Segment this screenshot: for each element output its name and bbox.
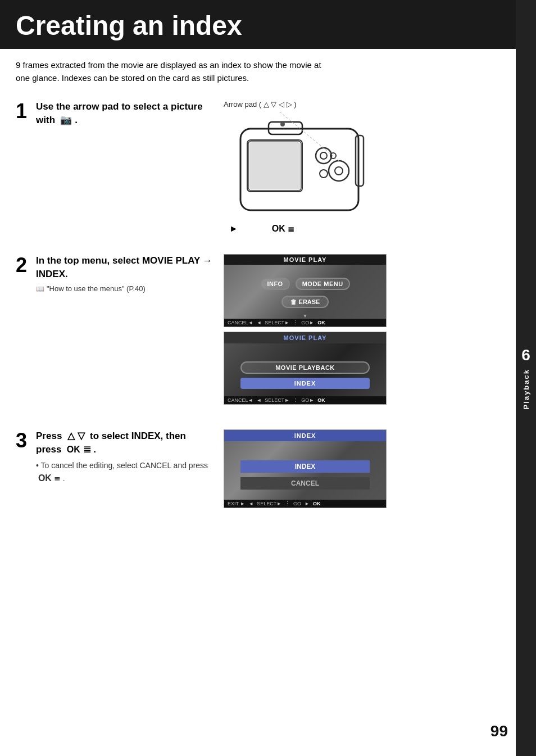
page-title: Creating an index [16, 10, 520, 41]
sidebar: 6 Playback [516, 0, 536, 756]
mode-menu-btn: MODE MENU [296, 278, 350, 290]
step-2-title: In the top menu, select MOVIE PLAY → IND… [36, 254, 212, 281]
menu-screenshot-1: MOVIE PLAY INFO MODE MENU 🗑 ERASE [224, 254, 387, 327]
step-1-row: 1 Use the arrow pad to select a picture … [16, 100, 520, 234]
camera-illustration [224, 112, 381, 221]
play-icon: ► [229, 224, 238, 234]
step-1-right: Arrow pad ( △ ▽ ◁ ▷ ) [224, 100, 520, 234]
page-number: 99 [490, 722, 508, 740]
step-3-row: 3 Press △ ▽ to select INDEX, then press … [16, 429, 520, 513]
svg-point-8 [335, 167, 343, 175]
svg-point-5 [316, 148, 331, 164]
main-content: 9 frames extracted from the movie are di… [0, 59, 536, 513]
step-1-left: 1 Use the arrow pad to select a picture … [16, 100, 224, 129]
info-btn: INFO [260, 278, 289, 290]
step-2-left: 2 In the top menu, select MOVIE PLAY → I… [16, 254, 224, 294]
svg-point-11 [280, 122, 285, 126]
step-2-row: 2 In the top menu, select MOVIE PLAY → I… [16, 254, 520, 409]
menu-screenshot-3: INDEX INDEX CANCEL EXIT ► ◄ SELECT► ⋮ GO… [224, 429, 387, 508]
step-3-screenshot-area: INDEX INDEX CANCEL EXIT ► ◄ SELECT► ⋮ GO… [224, 429, 520, 513]
step-1-title: Use the arrow pad to select a picture wi… [36, 100, 212, 127]
sidebar-label: Playback [522, 369, 530, 409]
svg-point-7 [329, 161, 349, 181]
page-header: Creating an index [0, 0, 536, 49]
menu-container-2: MOVIE PLAY MOVIE PLAYBACK INDEX CANCEL◄ … [224, 332, 386, 404]
erase-btn: 🗑 ERASE [281, 296, 329, 308]
step-3-title: Press △ ▽ to select INDEX, then press OK… [36, 429, 212, 456]
step-1-text: Use the arrow pad to select a picture wi… [36, 100, 212, 129]
step-1-number: 1 [16, 101, 27, 121]
sidebar-chapter: 6 [521, 346, 530, 364]
trash-icon: 🗑 [290, 298, 297, 305]
menu-title-2: MOVIE PLAY [224, 332, 386, 343]
menu-status-bar-1: CANCEL◄ ◄ SELECT► ⋮ GO► OK [224, 319, 386, 327]
step-3-bullet: To cancel the editing, select CANCEL and… [36, 460, 212, 485]
svg-rect-4 [249, 142, 300, 189]
camera-bottom-labels: ► OK ≣ [224, 224, 294, 234]
menu-status-bar-3: EXIT ► ◄ SELECT► ⋮ GO ► OK [224, 500, 386, 508]
index-item: INDEX [240, 460, 370, 473]
menu-btn-row-2: 🗑 ERASE [280, 294, 331, 310]
step-3-left: 3 Press △ ▽ to select INDEX, then press … [16, 429, 224, 485]
step-2-text: In the top menu, select MOVIE PLAY → IND… [36, 254, 212, 294]
ok-label: OK ≣ [272, 224, 294, 234]
step-3-text: Press △ ▽ to select INDEX, then press OK… [36, 429, 212, 485]
index-highlight-btn: INDEX [240, 378, 370, 389]
arrow-pad-label: Arrow pad ( △ ▽ ◁ ▷ ) [224, 100, 297, 108]
svg-point-9 [320, 170, 328, 178]
book-icon: 📖 [36, 285, 44, 293]
menu-container-3: INDEX INDEX CANCEL EXIT ► ◄ SELECT► ⋮ GO… [224, 430, 386, 508]
svg-point-6 [320, 152, 327, 159]
menu-status-bar-2: CANCEL◄ ◄ SELECT► ⋮ GO► OK [224, 396, 386, 404]
step-2-number: 2 [16, 255, 27, 275]
menu-container-1: MOVIE PLAY INFO MODE MENU 🗑 ERASE [224, 255, 386, 327]
step-2-screenshots: MOVIE PLAY INFO MODE MENU 🗑 ERASE [224, 254, 520, 409]
movie-playback-btn: MOVIE PLAYBACK [240, 361, 370, 374]
menu-title-1: MOVIE PLAY [224, 255, 386, 265]
cancel-item: CANCEL [240, 477, 370, 490]
intro-text: 9 frames extracted from the movie are di… [16, 59, 330, 84]
step-3-number: 3 [16, 431, 27, 451]
svg-rect-12 [356, 135, 364, 186]
menu-btn-row-1: INFO MODE MENU [258, 276, 351, 292]
menu-screenshot-2: MOVIE PLAY MOVIE PLAYBACK INDEX CANCEL◄ … [224, 332, 387, 405]
menu-title-3: INDEX [224, 430, 386, 441]
step-2-ref: 📖 "How to use the menus" (P.40) [36, 283, 212, 295]
